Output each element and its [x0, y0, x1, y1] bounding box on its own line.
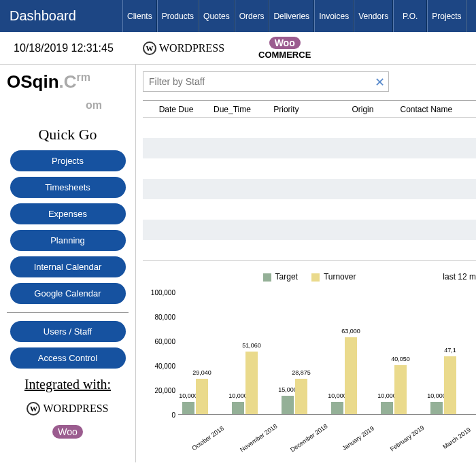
quickgo-planning[interactable]: Planning — [10, 230, 126, 251]
bar-target: 10,000 — [381, 402, 393, 414]
table-row[interactable] — [143, 138, 476, 158]
bar-label: 10,000 — [377, 392, 396, 399]
quickgo-users-staff[interactable]: Users / Staff — [10, 321, 126, 342]
bar-target: 15,000 — [282, 396, 294, 414]
woo-bubble-icon: Woo — [52, 425, 83, 439]
bar-target: 10,000 — [232, 402, 244, 414]
x-tick: February 2019 — [388, 424, 426, 453]
wordpress-icon: W — [27, 402, 40, 415]
bar-turnover: 28,875 — [295, 379, 307, 414]
bar-group: 10,00051,060 — [232, 352, 273, 414]
integrated-heading: Integrated with: — [7, 377, 129, 392]
bar-turnover: 29,040 — [196, 379, 208, 414]
y-tick: 100,000 — [151, 289, 175, 296]
table-row[interactable] — [143, 240, 476, 260]
clear-filter-icon[interactable]: ✕ — [375, 75, 385, 90]
integrated-woo-logo: Woo — [7, 425, 129, 440]
quickgo-access-control[interactable]: Access Control — [10, 347, 126, 369]
col-contact[interactable]: Contact Name — [396, 105, 476, 114]
table-row[interactable] — [143, 179, 476, 199]
quickgo-timesheets[interactable]: Timesheets — [10, 177, 126, 198]
x-tick: October 2018 — [189, 424, 226, 453]
bar-label: 10,000 — [328, 392, 347, 399]
y-tick: 60,000 — [154, 338, 175, 345]
col-origin[interactable]: Origin — [329, 105, 396, 114]
bar-label: 10,000 — [427, 392, 446, 399]
grid-body — [143, 118, 476, 261]
tab-po[interactable]: P.O. — [393, 0, 427, 32]
legend-target-swatch — [263, 273, 271, 282]
bar-turnover: 51,060 — [245, 352, 258, 414]
bar-target: 10,000 — [430, 402, 443, 414]
brand-title: Dashboard — [0, 0, 122, 32]
woo-text: COMMERCE — [258, 50, 311, 60]
x-tick: March 2019 — [438, 424, 475, 453]
y-tick: 20,000 — [154, 387, 175, 394]
bar-turnover: 47,1 — [444, 356, 456, 414]
bar-label: 40,050 — [391, 356, 410, 362]
bar-label: 10,000 — [228, 392, 248, 399]
bar-group: 10,00040,050 — [381, 365, 422, 414]
chart-area: Target Turnover last 12 m 020,00040,0006… — [143, 272, 476, 462]
bar-label: 63,000 — [341, 328, 360, 335]
bar-group: 10,00063,000 — [331, 337, 373, 414]
bar-label: 47,1 — [444, 347, 456, 354]
tab-deliveries[interactable]: Deliveries — [269, 0, 314, 32]
table-row[interactable] — [143, 199, 476, 220]
bar-label: 29,040 — [192, 369, 211, 376]
x-tick: November 2018 — [239, 424, 277, 454]
table-row[interactable] — [143, 158, 476, 179]
legend-turnover-label: Turnover — [324, 272, 356, 282]
chart-plot: 020,00040,00060,00080,000100,000 10,0002… — [178, 292, 476, 435]
col-priority[interactable]: Priority — [269, 105, 329, 114]
wordpress-text: WORDPRESS — [159, 42, 224, 54]
table-row[interactable] — [143, 118, 476, 138]
quickgo-heading: Quick Go — [7, 126, 129, 143]
x-tick: December 2018 — [289, 424, 328, 454]
legend-turnover-swatch — [311, 273, 320, 282]
integrated-wordpress-logo: W WORDPRESS — [7, 402, 129, 415]
tab-clients[interactable]: Clients — [122, 0, 157, 32]
chart-legend: Target Turnover — [143, 272, 476, 282]
tab-projects[interactable]: Projects — [427, 0, 466, 32]
x-axis: October 2018November 2018December 2018Ja… — [178, 431, 476, 438]
filter-staff-input[interactable] — [143, 71, 389, 92]
col-date-due[interactable]: Date Due — [143, 105, 209, 114]
tab-vendors[interactable]: Vendors — [354, 0, 393, 32]
bar-label: 15,000 — [278, 386, 297, 393]
bar-turnover: 40,050 — [394, 365, 407, 414]
content-area: ✕ Date Due Due_Time Priority Origin Cont… — [136, 65, 476, 462]
bar-label: 51,060 — [242, 342, 261, 349]
sub-bar: 10/18/2019 12:31:45 W WORDPRESS Woo COMM… — [0, 32, 476, 65]
quickgo-projects[interactable]: Projects — [10, 150, 126, 171]
bar-group: 15,00028,875 — [282, 379, 323, 414]
tab-products[interactable]: Products — [157, 0, 199, 32]
bar-target: 10,000 — [182, 402, 194, 414]
woo-bubble-icon: Woo — [269, 37, 301, 49]
wordpress-logo: W WORDPRESS — [143, 41, 224, 55]
table-row[interactable] — [143, 220, 476, 240]
grid-header: Date Due Due_Time Priority Origin Contac… — [143, 100, 476, 118]
datetime-label: 10/18/2019 12:31:45 — [0, 42, 136, 54]
woocommerce-logo: Woo COMMERCE — [258, 37, 311, 59]
bar-group: 10,00029,040 — [182, 379, 224, 414]
top-nav: Dashboard ClientsProductsQuotesOrdersDel… — [0, 0, 476, 32]
app-logo: OSqin.Crmom — [7, 71, 129, 114]
y-axis: 020,00040,00060,00080,000100,000 — [146, 292, 175, 415]
quickgo-google-calendar[interactable]: Google Calendar — [10, 283, 126, 304]
tab-quotes[interactable]: Quotes — [199, 0, 235, 32]
x-tick: January 2019 — [339, 424, 377, 453]
bar-turnover: 63,000 — [345, 337, 357, 414]
y-tick: 0 — [171, 411, 175, 419]
quickgo-expenses[interactable]: Expenses — [10, 203, 126, 224]
tab-in[interactable]: In — [466, 0, 476, 32]
tab-invoices[interactable]: Invoices — [314, 0, 354, 32]
bar-target: 10,000 — [331, 402, 343, 414]
tab-orders[interactable]: Orders — [235, 0, 269, 32]
y-tick: 80,000 — [154, 313, 175, 321]
y-tick: 40,000 — [154, 362, 175, 370]
col-due-time[interactable]: Due_Time — [209, 105, 269, 114]
quickgo-internal-calendar[interactable]: Internal Calendar — [10, 256, 126, 277]
top-tabs: ClientsProductsQuotesOrdersDeliveriesInv… — [122, 0, 476, 32]
sidebar: OSqin.Crmom Quick Go ProjectsTimesheetsE… — [0, 65, 136, 462]
